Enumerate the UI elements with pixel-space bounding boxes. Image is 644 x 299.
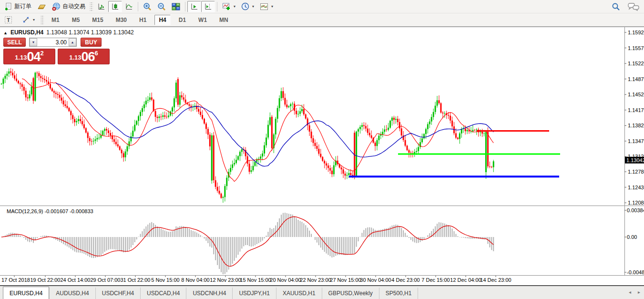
chevron-down-icon: ▾ bbox=[33, 18, 35, 22]
chart-shift-icon bbox=[204, 3, 212, 10]
cursor-tool-button[interactable]: ▾ bbox=[19, 14, 38, 26]
volume-up-button[interactable]: ▲ bbox=[69, 38, 76, 46]
auto-trading-icon bbox=[52, 2, 61, 11]
timeframe-d1[interactable]: D1 bbox=[174, 15, 190, 25]
svg-text:8 Nov 04:00: 8 Nov 04:00 bbox=[181, 277, 209, 283]
sell-price-big: 04 bbox=[27, 51, 41, 63]
chart-tab-sp500[interactable]: SP500,H1 bbox=[379, 288, 419, 299]
gold-button[interactable] bbox=[34, 1, 49, 12]
svg-text:17 Oct 2018: 17 Oct 2018 bbox=[1, 277, 30, 283]
sell-price-box[interactable]: 1.13042 bbox=[3, 49, 55, 64]
chart-tab-gbpusd[interactable]: GBPUSD,Weekly bbox=[322, 288, 379, 299]
chevron-down-icon: ▾ bbox=[252, 4, 254, 9]
chat-icon[interactable] bbox=[628, 2, 639, 11]
svg-text:1.14520: 1.14520 bbox=[628, 92, 644, 97]
chart-tab-audusd[interactable]: AUDUSD,H4 bbox=[49, 288, 95, 299]
tab-list: EURUSD,H4AUDUSD,H4USDCHF,H4USDCAD,H4USDC… bbox=[3, 287, 418, 299]
chevron-down-icon: ▾ bbox=[234, 4, 235, 9]
svg-text:19 Oct 22:00: 19 Oct 22:00 bbox=[31, 277, 61, 283]
chart-tab-usdcnh[interactable]: USDCNH,H4 bbox=[186, 288, 233, 299]
ma-12-line bbox=[22, 79, 493, 181]
indicators-icon bbox=[222, 2, 231, 10]
svg-text:0.003847: 0.003847 bbox=[627, 207, 644, 213]
auto-scroll-icon bbox=[190, 3, 198, 10]
line-chart-icon bbox=[125, 3, 133, 10]
clock-icon bbox=[241, 2, 249, 10]
tab-scroll-left-icon[interactable]: ◂ bbox=[629, 289, 631, 295]
indicators-button[interactable]: ▾ bbox=[219, 1, 238, 12]
zoom-out-icon bbox=[157, 2, 166, 11]
zoom-in-button[interactable] bbox=[140, 1, 154, 12]
buy-price-sup: 6 bbox=[95, 50, 98, 56]
buy-button[interactable]: BUY bbox=[81, 38, 102, 47]
chevron-down-icon: ▾ bbox=[271, 4, 273, 9]
timeframe-m30[interactable]: M30 bbox=[112, 15, 131, 25]
bar-chart-button[interactable] bbox=[94, 1, 108, 12]
toolbar-separator bbox=[138, 2, 138, 11]
chart-tab-eurusd[interactable]: EURUSD,H4 bbox=[3, 287, 49, 299]
crosshair-arrows-icon bbox=[22, 16, 30, 24]
text-tool-button[interactable]: T bbox=[1, 14, 15, 26]
current-price-tag: 1.13042 bbox=[625, 157, 644, 164]
svg-text:1.12430: 1.12430 bbox=[628, 185, 644, 190]
candle-chart-icon bbox=[111, 3, 119, 10]
price-axis-labels: 1.159201.155701.152201.148701.145201.141… bbox=[624, 30, 644, 206]
svg-text:1.13820: 1.13820 bbox=[628, 123, 644, 128]
timeframe-h1[interactable]: H1 bbox=[135, 15, 151, 25]
bar-chart-icon bbox=[97, 3, 105, 10]
svg-text:1.15570: 1.15570 bbox=[628, 45, 644, 51]
sell-price-small: 1.13 bbox=[15, 52, 27, 63]
chart-area: 1.159201.155701.152201.148701.145201.141… bbox=[0, 27, 644, 285]
svg-text:-0.004856: -0.004856 bbox=[627, 269, 644, 275]
volume-input[interactable] bbox=[37, 38, 69, 46]
auto-trading-label: 自动交易 bbox=[62, 2, 85, 10]
templates-button[interactable]: ▾ bbox=[257, 1, 276, 12]
timeframe-m1[interactable]: M1 bbox=[47, 15, 64, 25]
chart-tab-bar: EURUSD,H4AUDUSD,H4USDCHF,H4USDCAD,H4USDC… bbox=[0, 286, 644, 299]
svg-text:7 Dec 15:00: 7 Dec 15:00 bbox=[421, 277, 450, 283]
text-tool-icon: T bbox=[4, 16, 12, 24]
new-order-label: 新订单 bbox=[14, 2, 31, 10]
chart-shift-button[interactable] bbox=[201, 1, 215, 12]
zoom-in-icon bbox=[143, 2, 152, 11]
chart-tab-usdjpy[interactable]: USDJPY,H1 bbox=[233, 288, 276, 299]
toolbar-right-icons bbox=[612, 0, 639, 13]
zoom-out-button[interactable] bbox=[154, 1, 169, 12]
line-chart-button[interactable] bbox=[122, 1, 136, 12]
sell-button[interactable]: SELL bbox=[3, 38, 26, 47]
timeframe-m5[interactable]: M5 bbox=[68, 15, 84, 25]
svg-text:1.13042: 1.13042 bbox=[626, 157, 644, 163]
tab-scroll-arrows: ◂ ▸ bbox=[629, 289, 640, 295]
volume-down-button[interactable]: ▼ bbox=[30, 38, 37, 46]
auto-scroll-button[interactable] bbox=[187, 1, 201, 12]
timeframe-mn[interactable]: MN bbox=[215, 15, 233, 25]
timeframe-m15[interactable]: M15 bbox=[88, 15, 107, 25]
tile-windows-button[interactable] bbox=[169, 1, 183, 12]
buy-price-big: 06 bbox=[82, 51, 95, 63]
chart-tab-xauusd[interactable]: XAUUSD,H1 bbox=[276, 288, 322, 299]
macd-axis-labels: 0.0038470.00-0.004856 bbox=[624, 207, 644, 275]
mt4-window: 新订单 自动交易 bbox=[0, 0, 644, 299]
svg-text:20 Nov 04:00: 20 Nov 04:00 bbox=[270, 277, 301, 283]
main-chart-svg[interactable]: 1.159201.155701.152201.148701.145201.141… bbox=[0, 27, 644, 285]
chart-tab-usdchf[interactable]: USDCHF,H4 bbox=[96, 288, 141, 299]
search-icon[interactable] bbox=[612, 2, 620, 11]
buy-price-box[interactable]: 1.13066 bbox=[58, 49, 110, 64]
svg-text:29 Oct 07:00: 29 Oct 07:00 bbox=[91, 277, 121, 283]
auto-trading-button[interactable]: 自动交易 bbox=[49, 1, 88, 12]
periods-button[interactable]: ▾ bbox=[238, 1, 257, 12]
svg-text:12 Nov 23:00: 12 Nov 23:00 bbox=[210, 277, 241, 283]
toolbar-grip bbox=[41, 15, 44, 25]
collapse-triangle-icon[interactable]: ▲ bbox=[3, 31, 8, 35]
toolbar-separator bbox=[217, 2, 217, 11]
svg-text:15 Nov 15:00: 15 Nov 15:00 bbox=[240, 277, 271, 283]
candle-chart-button[interactable] bbox=[108, 1, 122, 12]
timeframe-w1[interactable]: W1 bbox=[194, 15, 211, 25]
svg-text:T: T bbox=[7, 17, 10, 23]
new-order-button[interactable]: 新订单 bbox=[1, 1, 34, 12]
tab-scroll-right-icon[interactable]: ▸ bbox=[638, 289, 640, 295]
timeframe-h4[interactable]: H4 bbox=[154, 15, 170, 25]
tile-windows-icon bbox=[172, 3, 180, 10]
chart-tab-usdcad[interactable]: USDCAD,H4 bbox=[141, 288, 186, 299]
macd-histogram bbox=[1, 213, 493, 274]
